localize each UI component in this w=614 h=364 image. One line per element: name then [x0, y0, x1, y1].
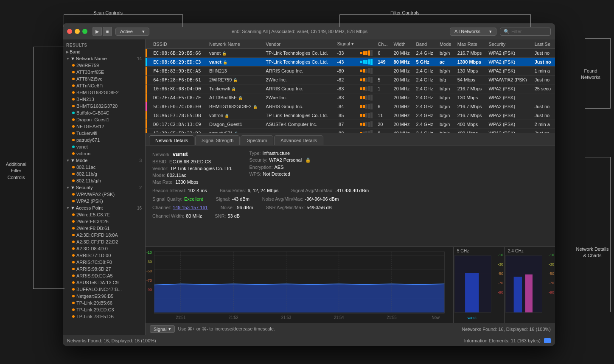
cell-channel: 6 [375, 49, 391, 58]
spectrum-chart-5ghz: 5 GHz -10 -30 -50 -70 -90 [454, 247, 504, 323]
sidebar-item-tplink-29edc3[interactable]: TP-Link:29:ED:C3 [63, 306, 145, 313]
sidebar-item-80211bgn[interactable]: 802.11b/g/n [63, 177, 145, 184]
col-width[interactable]: Width [391, 39, 414, 49]
table-row[interactable]: D0:17:C2:DA:13:C9Dragon_Guest1ASUSTeK Co… [146, 120, 555, 129]
sidebar-item-voltron[interactable]: voltron [63, 150, 145, 157]
playback-controls: ▶ ■ [93, 27, 112, 36]
sidebar-item-buffalo-inc[interactable]: BUFFALO.INC:47:B... [63, 286, 145, 293]
table-row[interactable]: EC:08:6B:29:ED:C3vanet 🔒TP-Link Technolo… [146, 58, 555, 67]
sidebar-item-bhmtg3720[interactable]: BHMTG1682G3720 [63, 103, 145, 109]
details-tabs: Network Details Signal Strength Spectrum… [146, 133, 555, 146]
sidebar-item-a23d-22d2[interactable]: A2:3D:CF:FD:22:D2 [63, 238, 145, 245]
sidebar-item-arris-9deca5[interactable]: ARRIS:9D:EC:A5 [63, 272, 145, 279]
cell-bssid: 10:86:8C:08:D4:D0 [151, 84, 207, 93]
sidebar-item-2wire759[interactable]: 2WIRE759 [63, 62, 145, 69]
sidebar-item-att3bmf65e[interactable]: ATT3Bmf65E [63, 69, 145, 76]
table-row[interactable]: 10:86:8C:08:D4:D0Tuckerwifi 🔒ARRIS Group… [146, 84, 555, 93]
table-row[interactable]: DC:7F:A4:E5:C8:7EATT3Bmf65E 🔒2Wire Inc.-… [146, 93, 555, 102]
sidebar-item-arris-986d27[interactable]: ARRIS:98:6D:27 [63, 266, 145, 272]
sidebar-item-bhn213[interactable]: BHN213 [63, 96, 145, 103]
cell-mode: b/g/n [437, 111, 455, 120]
sidebar-item-arris-7cd8f0[interactable]: ARRIS:7C:D8:F0 [63, 259, 145, 266]
sidebar-group-band[interactable]: ▶ Band [63, 48, 145, 55]
sidebar-item-wpa2[interactable]: WPA2 (PSK) [63, 198, 145, 204]
close-button[interactable] [67, 29, 72, 34]
sidebar-item-2wire-f6db61[interactable]: 2Wire:F6:DB:61 [63, 225, 145, 232]
signal-dropdown[interactable]: Signal ▾ [150, 325, 175, 333]
cell-signal: -84 [334, 102, 358, 111]
sidebar-item-asustek[interactable]: ASUSTeK:DA:13:C9 [63, 279, 145, 286]
sidebar-item-tuckerwifi[interactable]: Tuckerwifi [63, 130, 145, 137]
wps-field: WPS: Not Detected [249, 171, 311, 176]
sidebar-group-security[interactable]: ▼ ▼ Security 2 [63, 184, 145, 191]
col-lastseen[interactable]: Last Se [532, 39, 555, 49]
cell-bssid: EC:08:6B:29:ED:C3 [151, 58, 207, 67]
snr-avg-field: SNR Avg/Min/Max: 54/53/56 dB [266, 205, 331, 210]
channel-field: Channel: 149 153 157 161 [152, 205, 208, 210]
stop-button[interactable]: ■ [103, 27, 112, 36]
sidebar-item-arris-771d00[interactable]: ARRIS:77:1D:00 [63, 252, 145, 259]
table-row[interactable]: F4:0E:83:9D:EC:A5BHN213ARRIS Group Inc.-… [146, 67, 555, 76]
col-bssid[interactable]: BSSID [151, 39, 207, 49]
networks-dropdown[interactable]: All Networks ▾ [450, 28, 496, 36]
table-row[interactable]: 64:0F:28:F6:DB:612WIRE759 🔒2Wire Inc.-82… [146, 76, 555, 84]
sidebar-item-netgear[interactable]: NETGEAR12 [63, 123, 145, 130]
play-button[interactable]: ▶ [93, 27, 102, 36]
col-network-name[interactable]: Network Name [207, 39, 263, 49]
sidebar-item-80211bg[interactable]: 802.11b/g [63, 171, 145, 177]
table-row[interactable]: EC:08:6B:29:B5:66vanet 🔒TP-Link Technolo… [146, 49, 555, 58]
sidebar-group-network-name[interactable]: ▼ ▼ Network Name 14 [63, 55, 145, 62]
tab-network-details[interactable]: Network Details [149, 135, 194, 145]
sidebar-item-80211ac[interactable]: 802.11ac [63, 164, 145, 171]
table-row[interactable]: 5C:8F:E0:7C:D8:F0BHMTG1682GD8F2 🔒ARRIS G… [146, 102, 555, 111]
details-top-row: Network: vanet BSSID: EC:08:6B:29:ED:C3 … [152, 151, 548, 185]
sidebar-item-patrudy[interactable]: patrudy671 [63, 137, 145, 143]
col-mode[interactable]: Mode [437, 39, 455, 49]
cell-maxrate: 216.7 Mbps [455, 111, 486, 120]
col-signal[interactable]: Signal ▾ [334, 39, 358, 49]
sidebar-item-wpawpa2[interactable]: WPA/WPA2 (PSK) [63, 191, 145, 198]
sidebar-group-access-point[interactable]: ▼ ▼ Access Point 16 [63, 204, 145, 211]
filter-box[interactable]: 🔍 Filter [500, 28, 551, 36]
sidebar-item-tplink-78e5db[interactable]: TP-Link:78:E5:DB [63, 313, 145, 320]
col-channel[interactable]: Ch... [375, 39, 391, 49]
sidebar-item-buffalo[interactable]: Buffalo-G-B04C [63, 109, 145, 116]
cell-width: 20 MHz [391, 111, 414, 120]
maximize-button[interactable] [82, 29, 87, 34]
active-status[interactable]: Active ▾ [115, 28, 149, 36]
table-row[interactable]: A2:3D:CF:FD:22:D2patrudy671 🔒-88840 MHz2… [146, 129, 555, 133]
cell-maxrate: 400 Mbps [455, 129, 486, 133]
col-security[interactable]: Security [486, 39, 532, 49]
network-table-wrapper[interactable]: BSSID Network Name Vendor Signal ▾ Ch...… [146, 39, 555, 133]
status-bar-right: Networks Found: 16, Displayed: 16 (100%) [462, 327, 551, 332]
tab-signal-strength[interactable]: Signal Strength [195, 135, 240, 145]
cell-network-name: BHN213 [207, 67, 263, 76]
sidebar-item-bhmtg[interactable]: BHMTG1682GD8F2 [63, 89, 145, 96]
table-row[interactable]: 18:A6:F7:78:E5:DBvoltron 🔒TP-Link Techno… [146, 111, 555, 120]
cell-lastseen: Just no [532, 49, 555, 58]
dot-icon [72, 152, 75, 155]
tab-spectrum[interactable]: Spectrum [241, 135, 273, 145]
col-band[interactable]: Band [413, 39, 437, 49]
cell-mode: ac [437, 58, 455, 67]
tab-advanced-details[interactable]: Advanced Details [274, 135, 323, 145]
col-vendor[interactable]: Vendor [263, 39, 334, 49]
minimize-button[interactable] [75, 29, 80, 34]
sidebar-item-tplink-29b566[interactable]: TP-Link:29:B5:66 [63, 300, 145, 306]
sidebar-item-att8nzt5vc[interactable]: ATT8NZt5vc [63, 76, 145, 82]
sidebar-item-2wire-e5c87e[interactable]: 2Wire:E5:C8:7E [63, 211, 145, 218]
col-signal-bar [358, 39, 375, 49]
sidebar-item-attnce6fi[interactable]: ATTnNCe6Fi [63, 82, 145, 89]
sidebar-item-a23d-180a[interactable]: A2:3D:CF:FD:18:0A [63, 232, 145, 238]
col-maxrate[interactable]: Max Rate [455, 39, 486, 49]
sidebar-item-dragon[interactable]: Dragon_Guest1 [63, 116, 145, 123]
active-label: Active [120, 29, 133, 34]
cell-network-name: voltron 🔒 [207, 111, 263, 120]
cell-channel: 20 [375, 120, 391, 129]
dot-icon [72, 91, 75, 94]
sidebar-group-mode[interactable]: ▼ ▼ Mode 3 [63, 157, 145, 164]
sidebar-item-netgear-e5[interactable]: Netgear:E5:96:B5 [63, 293, 145, 300]
sidebar-item-a23d-d84d0[interactable]: A2:3D:D8:4D:0 [63, 245, 145, 252]
sidebar-item-2wire-e83426[interactable]: 2Wire:E8:34:26 [63, 218, 145, 225]
sidebar-item-vanet[interactable]: vanet [63, 143, 145, 150]
